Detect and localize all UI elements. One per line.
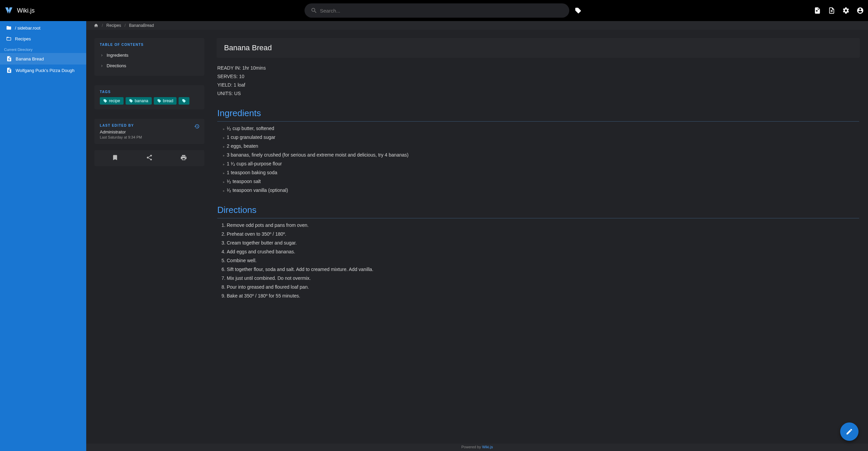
sidebar-page-item[interactable]: Banana Bread [0,53,86,65]
toc-header: TABLE OF CONTENTS [100,43,199,47]
direction-item: Preheat oven to 350º / 180º. [227,231,859,238]
directions-list: Remove odd pots and pans from oven.Prehe… [217,222,859,300]
ingredient-item: 1 teaspoon baking soda [227,169,859,176]
account-icon[interactable] [856,7,864,14]
new-page-icon[interactable] [814,7,821,14]
ingredient-item: ¹⁄₂ teaspoon salt [227,178,859,185]
ingredient-item: 2 eggs, beaten [227,143,859,150]
sidebar-page-item[interactable]: Wolfgang Puck's Pizza Dough [0,65,86,76]
ingredient-item: ¹⁄₂ teaspoon vanilla (optional) [227,187,859,194]
tag-chip[interactable]: bread [154,97,177,105]
direction-item: Cream together butter and sugar. [227,239,859,247]
ingredient-item: ¹⁄₂ cup butter, softened [227,125,859,132]
section-directions-header: Directions [217,203,859,218]
page-icon [6,67,12,73]
tag-chip[interactable]: banana [126,97,152,105]
direction-item: Pour into greased and floured loaf pan. [227,284,859,291]
tags-header: TAGS [100,90,199,94]
print-icon[interactable] [180,154,187,162]
search-input[interactable] [320,8,563,14]
sidebar-folder-recipes[interactable]: Recipes [0,33,86,44]
meta-line: READY IN: 1hr 10mins [217,65,859,72]
ingredient-item: 1 cup granulated sugar [227,134,859,141]
search-box[interactable] [304,3,569,18]
search-icon [311,7,317,14]
pencil-icon [846,428,853,435]
page-actions-icon[interactable] [828,7,835,14]
sidebar-recipes-label: Recipes [15,36,31,41]
history-icon[interactable] [194,124,200,130]
share-icon[interactable] [146,154,153,162]
toc-card: TABLE OF CONTENTS IngredientsDirections [94,38,204,76]
article-header: Banana Bread [217,38,860,58]
breadcrumb-home-icon[interactable] [94,23,98,28]
toc-item[interactable]: Directions [100,60,199,71]
tag-search-chip[interactable] [179,97,189,105]
breadcrumb-item[interactable]: Recipes [106,23,121,28]
meta-line: UNITS: US [217,90,859,97]
chevron-right-icon [100,64,104,68]
direction-item: Mix just until combined. Do not overmix. [227,275,859,282]
ingredients-list: ¹⁄₂ cup butter, softened1 cup granulated… [217,125,859,194]
edit-fab[interactable] [840,422,858,441]
page-title: Banana Bread [224,43,852,52]
tags-icon [182,99,186,103]
breadcrumb-bar: / Recipes / BananaBread [86,21,868,30]
page-icon [6,56,12,62]
sidebar-root-label: / sidebar.root [15,25,40,31]
direction-item: Combine well. [227,257,859,264]
footer-link[interactable]: Wiki.js [482,445,493,449]
lastedit-time: Last Saturday at 9:34 PM [100,135,199,139]
sidebar-root[interactable]: / sidebar.root [0,21,86,33]
chevron-right-icon [100,53,104,57]
tag-icon [157,99,161,103]
ingredient-item: 3 bananas, finely crushed (for serious a… [227,151,859,159]
footer: Powered by Wiki.js [86,444,868,451]
meta-line: YIELD: 1 loaf [217,82,859,89]
last-edited-card: LAST EDITED BY Administrator Last Saturd… [94,119,204,144]
lastedit-header: LAST EDITED BY [100,124,199,127]
browse-tags-icon[interactable] [575,7,581,14]
meta-line: SERVES: 10 [217,73,859,80]
side-panel: TABLE OF CONTENTS IngredientsDirections … [86,30,208,444]
lastedit-user: Administrator [100,129,199,134]
page-actions-card [94,150,204,166]
direction-item: Add eggs and crushed bananas. [227,248,859,255]
tags-card: TAGS recipebananabread [94,85,204,109]
bookmark-icon[interactable] [112,154,118,162]
site-title[interactable]: Wiki.js [17,7,35,14]
direction-item: Sift together flour, soda and salt. Add … [227,266,859,273]
sidebar-subheader: Current Directory [0,44,86,53]
direction-item: Bake at 350º / 180º for 55 minutes. [227,292,859,300]
logo-icon[interactable] [4,6,14,15]
section-ingredients-header: Ingredients [217,107,859,122]
tag-chip[interactable]: recipe [100,97,124,105]
tag-icon [103,99,107,103]
app-header: Wiki.js [0,0,868,21]
tag-icon [129,99,133,103]
ingredient-item: 1 ¹⁄₂ cups all-purpose flour [227,160,859,167]
folder-icon [6,25,12,31]
nav-sidebar: / sidebar.root Recipes Current Directory… [0,21,86,451]
admin-gear-icon[interactable] [842,7,850,14]
direction-item: Remove odd pots and pans from oven. [227,222,859,229]
toc-item[interactable]: Ingredients [100,50,199,60]
breadcrumb-item[interactable]: BananaBread [129,23,154,28]
folder-open-icon [6,36,12,41]
article: Banana Bread READY IN: 1hr 10minsSERVES:… [208,30,868,444]
